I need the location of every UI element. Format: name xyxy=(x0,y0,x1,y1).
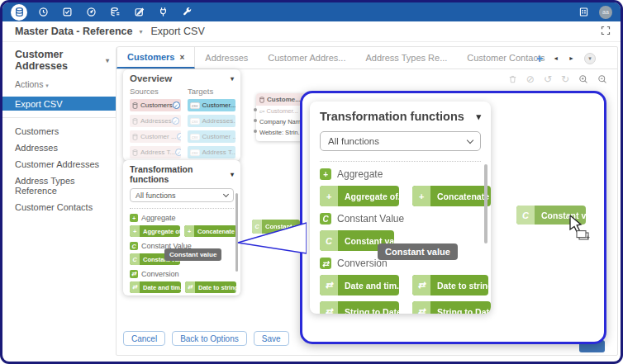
function-aggregate-of[interactable]: +Aggregate of... xyxy=(320,186,399,206)
overview-title: Overview xyxy=(130,73,172,83)
collapse-icon[interactable]: ▾ xyxy=(231,75,234,83)
add-tab-icon[interactable]: + xyxy=(536,52,543,65)
divider xyxy=(320,161,481,162)
target-chip-customer[interactable]: csv Customer... ✓ xyxy=(188,99,235,111)
history-icon[interactable] xyxy=(35,4,51,21)
cancel-button[interactable]: Cancel xyxy=(123,331,165,346)
drag-tooltip: Constant value xyxy=(378,243,458,260)
csv-badge: csv xyxy=(190,149,200,156)
tasks-icon[interactable] xyxy=(59,4,75,21)
tab-address-types[interactable]: Address Types Re... xyxy=(355,47,457,69)
function-aggregate-of[interactable]: +Aggregate of... xyxy=(130,225,180,237)
clear-icon[interactable]: ⊘ xyxy=(526,73,535,85)
footer-actions: Cancel Back to Options Save xyxy=(123,331,289,346)
integrations-icon[interactable] xyxy=(155,4,171,21)
csv-badge: csv xyxy=(190,102,200,109)
sidebar-actions-menu[interactable]: Actions ▾ xyxy=(2,72,116,89)
port-dot[interactable] xyxy=(254,108,257,111)
database-menu-icon[interactable] xyxy=(11,4,27,21)
sidebar-item-address-types-reference[interactable]: Address Types Reference xyxy=(2,173,116,199)
functions-filter-select[interactable]: All functions xyxy=(130,188,234,202)
module-title[interactable]: Master Data - Reference xyxy=(15,26,132,37)
scrollbar[interactable] xyxy=(235,193,238,272)
metrics-icon[interactable] xyxy=(83,4,99,21)
function-date-to-string[interactable]: ⇄Date to string xyxy=(185,281,236,293)
node-title: Custome... xyxy=(267,96,301,103)
function-string-to-date2[interactable]: ⇄String to Dat... xyxy=(412,301,491,314)
sidebar-item-export-csv[interactable]: Export CSV xyxy=(2,97,116,111)
target-chip-address-types[interactable]: csv Address T... ✓ xyxy=(188,146,235,158)
source-chip-customers[interactable]: Customers ✓ xyxy=(130,99,181,111)
function-concatenate[interactable]: +Concatenate ... xyxy=(412,186,491,206)
redo-icon[interactable]: ↻ xyxy=(561,73,569,85)
trash-icon[interactable] xyxy=(508,74,517,84)
tab-customer-addresses[interactable]: Customer Addres... xyxy=(258,47,355,69)
constant-icon: C xyxy=(130,253,140,265)
divider xyxy=(130,208,234,209)
functions-title: Transformation functions xyxy=(320,110,464,123)
function-date-and-time[interactable]: ⇄Date and tim... xyxy=(130,281,181,293)
collapse-icon[interactable]: ▾ xyxy=(231,171,234,178)
conversion-icon: ⇄ xyxy=(320,301,338,314)
aggregate-icon: + xyxy=(130,225,140,237)
save-button[interactable]: Save xyxy=(254,331,289,346)
function-string-to-date[interactable]: ⇄String to Date xyxy=(320,301,399,314)
source-chip-customer[interactable]: Customer ... ✓ xyxy=(130,130,181,143)
close-icon[interactable]: × xyxy=(179,53,184,62)
chevron-down-icon[interactable]: ▾ xyxy=(139,28,142,35)
aggregate-icon: + xyxy=(320,168,331,180)
tab-customers[interactable]: Customers × xyxy=(117,47,195,69)
target-chip-addresses[interactable]: csv Addresses... ✓ xyxy=(188,115,235,127)
constant-icon: C xyxy=(516,206,535,225)
functions-panel-zoomed: Transformation functions ▾ All functions… xyxy=(310,102,491,314)
aggregate-icon: + xyxy=(412,186,430,206)
dragged-function-ghost[interactable]: C Constant val... xyxy=(252,220,300,234)
tab-menu-icon[interactable]: ▾ xyxy=(584,53,596,64)
top-app-bar: aa xyxy=(2,2,621,21)
sidebar-item-customer-contacts[interactable]: Customer Contacts xyxy=(2,199,116,215)
collapse-icon[interactable]: ▾ xyxy=(476,111,481,122)
conversion-icon: ⇄ xyxy=(320,275,338,295)
port-dot[interactable] xyxy=(254,119,257,122)
source-chip-address-types[interactable]: Address T... ✓ xyxy=(130,146,181,158)
port-dot[interactable] xyxy=(254,130,257,133)
database-icon xyxy=(132,149,138,156)
target-chip-customer2[interactable]: csv Customer ... ✓ xyxy=(188,130,235,143)
source-chip-addresses[interactable]: Addresses ✓ xyxy=(130,115,181,127)
scrollbar[interactable] xyxy=(484,164,487,243)
tools-icon[interactable] xyxy=(178,4,195,21)
sidebar-dataset-title[interactable]: Customer Addresses ▾ xyxy=(2,42,116,72)
functions-filter-select[interactable]: All functions xyxy=(320,131,481,151)
back-to-options-button[interactable]: Back to Options xyxy=(172,331,247,346)
constant-icon: C xyxy=(130,242,138,250)
sidebar-item-customer-addresses[interactable]: Customer Addresses xyxy=(2,156,116,173)
sidebar-item-addresses[interactable]: Addresses xyxy=(2,139,116,156)
aggregate-icon: + xyxy=(184,225,194,237)
zoom-in-icon[interactable] xyxy=(578,74,588,84)
quality-icon[interactable] xyxy=(131,4,147,21)
conversion-icon: ⇄ xyxy=(130,270,138,278)
tab-addresses[interactable]: Addresses xyxy=(195,47,258,69)
breadcrumb: Export CSV xyxy=(150,26,204,37)
category-conversion: ⇄ Conversion xyxy=(123,270,240,278)
sidebar-item-customers[interactable]: Customers xyxy=(2,123,116,139)
check-icon: ✓ xyxy=(177,133,181,140)
undo-icon[interactable]: ↺ xyxy=(544,73,552,85)
data-icon[interactable] xyxy=(107,4,123,21)
apps-icon[interactable] xyxy=(575,4,592,21)
chevron-down-icon xyxy=(223,191,229,196)
csv-badge: csv xyxy=(190,134,200,140)
expand-icon[interactable] xyxy=(601,24,611,39)
function-date-and-time[interactable]: ⇄Date and tim... xyxy=(320,275,399,295)
sidebar: Customer Addresses ▾ Actions ▾ Export CS… xyxy=(2,42,116,362)
constant-icon: C xyxy=(252,220,262,234)
chevron-down-icon xyxy=(467,136,473,143)
function-concatenate[interactable]: +Concatenate ... xyxy=(184,225,237,237)
zoom-out-icon[interactable] xyxy=(597,74,607,84)
chevron-down-icon[interactable]: ▾ xyxy=(106,57,109,64)
scroll-tabs-left-icon[interactable]: ◄ xyxy=(553,55,559,61)
avatar[interactable]: aa xyxy=(599,6,612,19)
function-date-to-string[interactable]: ⇄Date to string xyxy=(412,275,488,295)
scroll-tabs-right-icon[interactable]: ► xyxy=(568,55,574,61)
check-icon: ✓ xyxy=(172,117,179,125)
